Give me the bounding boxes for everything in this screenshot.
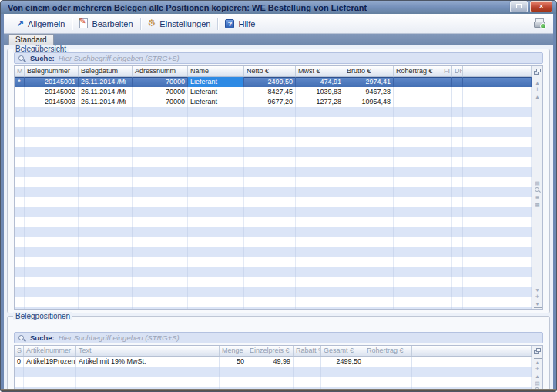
grid-cell[interactable] (15, 97, 25, 107)
grid-cell[interactable] (463, 87, 532, 97)
grid-cell[interactable] (441, 87, 452, 97)
grid-cell[interactable] (463, 77, 532, 87)
edit-pencil-icon: ✎ (79, 18, 88, 28)
column-header[interactable]: S (15, 346, 24, 356)
grid-cell[interactable] (412, 357, 532, 367)
menu-einstellungen[interactable]: ⚙ Einstellungen (142, 16, 217, 31)
maximize-button[interactable] (510, 1, 528, 12)
menu-hilfe[interactable]: ? Hilfe (219, 17, 261, 31)
menu-bearbeiten[interactable]: ✎ Bearbeiten (73, 16, 139, 31)
grid-cell[interactable]: 474,91 (296, 77, 344, 87)
column-header[interactable]: Belegnummer (25, 66, 79, 76)
grid-cell[interactable]: 2499,50 (321, 357, 364, 367)
grid-cell[interactable]: 9467,28 (344, 87, 394, 97)
table-row[interactable]: 2014500226.11.2014 /Mi70000Lieferant8427… (15, 87, 532, 97)
scroll-up-icon[interactable]: ▲ (534, 93, 542, 100)
grid-cell[interactable]: 1039,83 (296, 87, 344, 97)
grid-cell[interactable]: 2974,41 (344, 77, 394, 87)
grid-cell[interactable] (452, 97, 463, 107)
grid-cell[interactable] (394, 97, 441, 107)
grid-cell[interactable] (394, 77, 441, 87)
grid-cell[interactable]: 20145001 (25, 77, 79, 87)
empty-cell (344, 187, 394, 197)
plus-icon[interactable]: + (534, 86, 542, 93)
empty-cell (452, 257, 463, 267)
grid-cell[interactable] (394, 87, 441, 97)
scroll-up-icon[interactable]: ▲ (534, 373, 542, 380)
grid-cell[interactable]: Lieferant (188, 77, 244, 87)
grid-cell[interactable] (452, 87, 463, 97)
search-input-beleguebersicht[interactable]: Suche: Hier Suchbegriff eingeben (STRG+S… (14, 52, 543, 64)
column-header[interactable]: Rohertrag € (364, 346, 412, 356)
table-row[interactable]: *2014500126.11.2014 /Mi70000Lieferant249… (15, 77, 532, 87)
grid-cell[interactable] (441, 77, 452, 87)
scroll-bottom-icon[interactable]: ▼ (534, 300, 542, 308)
keyboard-icon[interactable]: ▤ (534, 380, 542, 387)
grid-cell[interactable]: 8427,45 (244, 87, 296, 97)
column-header[interactable]: Menge (220, 346, 247, 356)
keyboard-icon[interactable]: ▤ (534, 179, 542, 186)
grid-cell[interactable] (15, 87, 25, 97)
grid-cell[interactable]: Artikel mit 19% MwSt. (76, 357, 220, 367)
grid-cell[interactable]: 26.11.2014 /Mi (79, 97, 133, 107)
grid-cell[interactable]: Artikel19Prozent (24, 357, 76, 367)
grid-cell[interactable]: 10954,48 (344, 97, 394, 107)
grid-cell[interactable]: Lieferant (188, 97, 244, 107)
window-titlebar[interactable]: Von einem oder mehreren Belegen alle Pos… (1, 1, 556, 14)
grid-view-icon[interactable]: ▦ (534, 201, 542, 208)
empty-cell (79, 247, 133, 257)
empty-cell (188, 247, 244, 257)
table-row[interactable]: 2014500326.11.2014 /Mi70000Lieferant9677… (15, 97, 532, 107)
grid-cell[interactable]: 0 (15, 357, 24, 367)
column-header[interactable]: Mwst € (296, 66, 344, 76)
column-chooser-icon[interactable] (534, 69, 542, 75)
column-header[interactable]: Rohertrag € (394, 66, 441, 76)
column-header[interactable]: Gesamt € (321, 346, 364, 356)
menu-allgemein[interactable]: ↗ Allgemein (10, 17, 71, 31)
column-header[interactable]: Rabatt % (294, 346, 321, 356)
column-header[interactable]: Belegdatum (79, 66, 133, 76)
column-header[interactable]: DR (452, 66, 463, 76)
grid-cell[interactable]: 1277,28 (296, 97, 344, 107)
column-header[interactable]: Brutto € (344, 66, 394, 76)
grid-cell[interactable]: 50 (220, 357, 247, 367)
printer-icon[interactable] (534, 18, 545, 28)
column-header[interactable]: Text (76, 346, 220, 356)
column-header[interactable]: Name (188, 66, 244, 76)
plus-icon[interactable]: + (534, 366, 542, 373)
column-header[interactable]: FI (441, 66, 452, 76)
group-belegpositionen: Belegpositionen Suche: Hier Suchbegriff … (7, 316, 550, 390)
grid-cell[interactable] (364, 357, 412, 367)
grid-cell[interactable]: 70000 (133, 87, 188, 97)
search-input-belegpositionen[interactable]: Suche: Hier Suchbegriff eingeben (STRG+S… (14, 332, 543, 343)
grid-cell[interactable]: 70000 (133, 97, 188, 107)
grid-cell[interactable]: * (15, 77, 25, 87)
table-row[interactable]: 0Artikel19ProzentArtikel mit 19% MwSt.50… (15, 357, 532, 367)
grid-cell[interactable]: 49,99 (247, 357, 294, 367)
grid-cell[interactable]: Lieferant (188, 87, 244, 97)
column-header[interactable] (412, 346, 532, 356)
column-header[interactable]: Adressnumm (133, 66, 188, 76)
column-header[interactable]: Netto € (244, 66, 296, 76)
column-header[interactable]: Einzelpreis € (247, 346, 294, 356)
grid-cell[interactable] (441, 97, 452, 107)
magnifier-icon[interactable] (535, 187, 541, 193)
plus-icon[interactable]: + (534, 293, 542, 300)
tab-standard[interactable]: Standard (8, 34, 54, 45)
grid-cell[interactable]: 20145003 (25, 97, 79, 107)
column-header[interactable]: Artikelnummer (24, 346, 76, 356)
grid-cell[interactable]: 2499,50 (244, 77, 296, 87)
close-button[interactable]: ✕ (530, 1, 552, 12)
column-chooser-icon[interactable] (534, 348, 542, 355)
grid-cell[interactable]: 70000 (133, 77, 188, 87)
grid-cell[interactable] (294, 357, 321, 367)
grid-cell[interactable] (463, 97, 532, 107)
grid-cell[interactable] (452, 77, 463, 87)
grid-cell[interactable]: 20145002 (25, 87, 79, 97)
column-header[interactable] (463, 66, 532, 76)
column-header[interactable]: M (15, 66, 25, 76)
grid-cell[interactable]: 26.11.2014 /Mi (79, 77, 133, 87)
grid-cell[interactable]: 9677,20 (244, 97, 296, 107)
grid-cell[interactable]: 26.11.2014 /Mi (79, 87, 133, 97)
list-icon[interactable]: ≣ (534, 194, 542, 201)
